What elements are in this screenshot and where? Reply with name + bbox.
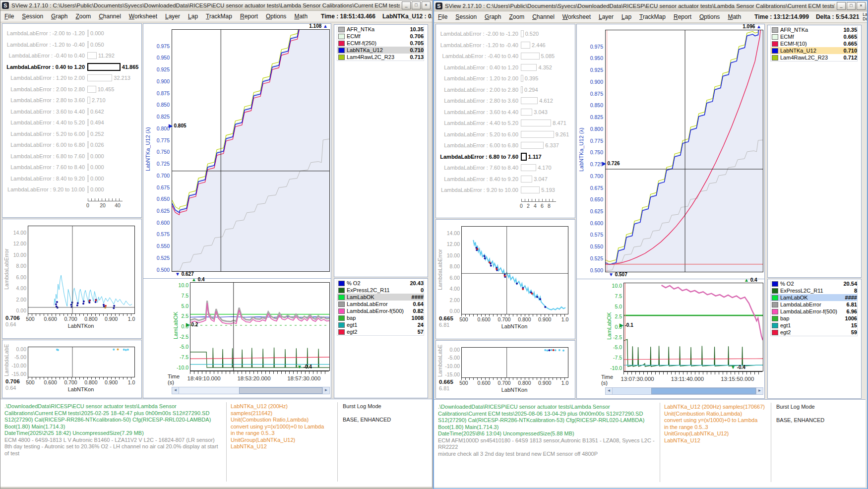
histogram-row[interactable]: LambdaLabError : -1.20 to -0.400.050 [2,39,140,50]
legend-row-expressl2c-r11[interactable]: ExPressL2C_R110 [337,287,424,294]
histogram-row[interactable]: LambdaLabError : 3.60 to 4.403.043 [436,107,574,118]
histogram-row[interactable]: LambdaLabError : 8.40 to 9.203.047 [436,174,574,184]
legend-row-egt1[interactable]: egt115 [770,322,858,329]
histogram-row[interactable]: LambdaLabError : 8.40 to 9.200.000 [2,173,140,184]
legend-row-bap[interactable]: bap1008 [337,314,424,322]
scatter1-plot[interactable] [28,226,135,314]
histogram-row[interactable]: LambdaLabError : 5.20 to 6.009.261 [436,129,574,140]
histogram-row[interactable]: LambdaLabError : 7.60 to 8.400.000 [2,162,140,173]
histogram-row[interactable]: LambdaLabError : 3.60 to 4.400.642 [2,106,140,117]
scatter1-plot[interactable] [461,226,568,314]
legend-row-egt1[interactable]: egt124 [337,321,424,329]
scrollbar-thumb[interactable] [239,387,322,394]
scatter2-plot[interactable] [28,347,135,377]
menu-channel[interactable]: Channel [528,13,558,20]
scrollbar-track[interactable] [179,387,322,394]
histogram-row[interactable]: LambdaLabError : -1.20 to -0.402.446 [436,40,574,51]
histogram-row[interactable]: LambdaLabError : 1.20 to 2.000.395 [436,73,574,84]
menu-session[interactable]: Session [18,13,47,20]
histogram-row[interactable]: LambdaLabError : 5.20 to 6.000.252 [2,128,140,139]
legend-row-lambdalaberror[interactable]: LambdaLabError6.81 [770,301,858,308]
legend-row-expressl2c-r11[interactable]: ExPressL2C_R118 [770,287,858,295]
legend-row-lambdalaberror-f-500-[interactable]: LambdaLabError-f(500)0.82 [337,307,424,315]
menu-worksheet[interactable]: Worksheet [125,13,161,20]
menu-zoom[interactable]: Zoom [505,13,528,20]
histogram-row[interactable]: LambdaLabError : 6.00 to 6.800.026 [2,139,140,150]
legend-row-ecmf-f-250-[interactable]: ECMf-f(250)0.705 [337,40,424,47]
legend-row-ecmf-f-10-[interactable]: ECMf-f(10)0.665 [770,40,858,48]
histogram-row[interactable]: LambdaLabError : -0.40 to 0.405.085 [436,51,574,61]
histogram-row[interactable]: LambdaLabError : 6.80 to 7.601.117 [436,151,574,162]
legend-row-ecmf[interactable]: ECMf0.665 [770,33,858,41]
scroll-right-icon[interactable]: ► [756,388,763,394]
histogram-row[interactable]: LambdaLabError : -0.40 to 0.4011.292 [2,50,140,61]
menu-zoom[interactable]: Zoom [71,13,95,20]
menu-options[interactable]: Options [262,13,290,20]
menu-channel[interactable]: Channel [95,13,125,20]
legend-row-ecmf[interactable]: ECMf0.706 [337,33,424,40]
menu-math[interactable]: Math [724,13,745,20]
legend-row-egt2[interactable]: egt259 [770,329,858,336]
legend-row--o2[interactable]: % O220.54 [770,280,858,288]
menu-session[interactable]: Session [451,13,481,20]
histogram-row[interactable]: LambdaLabError : 0.40 to 1.204.352 [436,62,574,73]
legend-row-afr-ntka[interactable]: AFR_NTKa10.35 [770,26,858,34]
main-chart-plot[interactable] [605,30,763,272]
scrollbar-thumb[interactable] [651,388,756,394]
maximize-button[interactable]: □ [847,2,856,10]
menu-math[interactable]: Math [290,13,311,20]
legend-row--o2[interactable]: % O220.43 [337,280,424,287]
menu-lap[interactable]: Lap [184,13,202,20]
time-scrollbar[interactable]: ◄► [172,387,330,394]
legend-row-afr-ntka[interactable]: AFR_NTKa10.35 [337,26,424,33]
legend-row-lambdalaberror-f-500-[interactable]: LambdaLabError-f(500)6.96 [770,308,858,315]
histogram-row[interactable]: LambdaLabError : 6.80 to 7.600.000 [2,151,140,162]
close-button[interactable]: × [857,2,866,10]
legend-row-lam4rawl2c-r23[interactable]: Lam4RawL2C_R230.713 [337,54,424,61]
histogram-row[interactable]: LambdaLabError : 7.60 to 8.404.170 [436,162,574,173]
legend-row-lambdalaberror[interactable]: LambdaLabError0.64 [337,301,424,308]
histogram-row[interactable]: LambdaLabError : 4.40 to 5.200.494 [2,117,140,128]
scroll-left-icon[interactable]: ◄ [172,387,179,394]
histogram-row[interactable]: LambdaLabError : 2.80 to 3.604.612 [436,95,574,106]
histogram-row[interactable]: LambdaLabError : 0.40 to 1.2041.865 [2,61,140,72]
menu-file[interactable]: File [0,13,18,20]
histogram-row[interactable]: LambdaLabError : -2.00 to -1.200.000 [2,28,140,39]
legend-row-labntka-u12[interactable]: LabNTKa_U120.710 [337,47,424,54]
titlebar[interactable]: SSView 2.17.10 : C:\Users\Public\Documen… [0,0,432,11]
scrollbar-track[interactable] [613,388,756,394]
legend-row-labntka-u12[interactable]: LabNTKa_U120.710 [770,47,858,55]
menu-report[interactable]: Report [670,13,695,20]
menu-trackmap[interactable]: TrackMap [635,13,670,20]
histogram-row[interactable]: LambdaLabError : 6.00 to 6.806.337 [436,140,574,151]
menu-layer[interactable]: Layer [161,13,184,20]
histogram-row[interactable]: LambdaLabError : 2.80 to 3.602.710 [2,95,140,106]
scroll-right-icon[interactable]: ► [322,387,329,394]
menu-layer[interactable]: Layer [595,13,618,20]
menu-report[interactable]: Report [236,13,262,20]
legend-row-lamlabok[interactable]: LamLabOK#### [337,294,424,301]
legend-row-lam4rawl2c-r23[interactable]: Lam4RawL2C_R230.712 [770,54,858,61]
legend-row-bap[interactable]: bap1006 [770,315,858,322]
histogram-row[interactable]: LambdaLabError : 9.20 to 10.000.000 [2,184,140,195]
menu-lap[interactable]: Lap [618,13,635,20]
titlebar[interactable]: SSView 2.17.10 : C:\Users\Public\Documen… [434,1,867,11]
histogram-row[interactable]: LambdaLabError : 9.20 to 10.005.193 [436,184,574,195]
histogram-row[interactable]: LambdaLabError : 4.40 to 5.208.471 [436,118,574,128]
maximize-button[interactable]: □ [412,1,421,9]
menu-worksheet[interactable]: Worksheet [558,13,595,20]
minimize-button[interactable]: _ [402,1,411,9]
legend-row-lamlabok[interactable]: LamLabOK#### [770,294,858,302]
time-scrollbar[interactable]: ◄► [605,387,763,395]
scroll-left-icon[interactable]: ◄ [606,388,613,394]
histogram-row[interactable]: LambdaLabError : 2.00 to 2.800.294 [436,84,574,95]
histogram-row[interactable]: LambdaLabError : 2.00 to 2.8010.455 [2,84,140,95]
menu-graph[interactable]: Graph [47,13,71,20]
scatter2-plot[interactable] [461,347,568,378]
menu-graph[interactable]: Graph [481,13,505,20]
minimize-button[interactable]: _ [837,2,846,10]
menu-file[interactable]: File [434,13,451,20]
menu-options[interactable]: Options [695,13,724,20]
main-chart-plot[interactable] [172,29,330,272]
close-button[interactable]: × [422,1,431,9]
